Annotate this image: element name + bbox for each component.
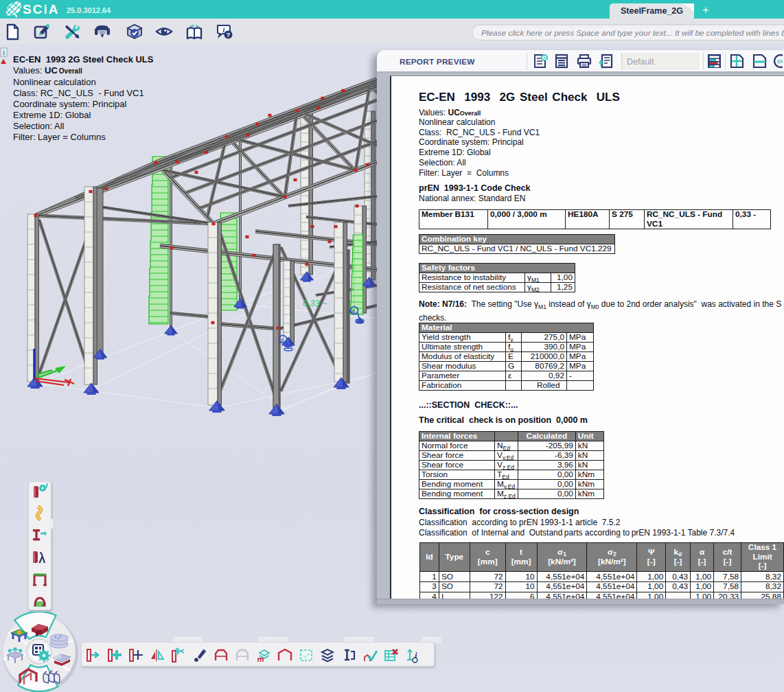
svg-text:?: ? — [227, 31, 231, 38]
svg-text:i: i — [3, 49, 5, 56]
svg-text:i: i — [223, 26, 225, 34]
svg-text:0,33 ~: 0,33 ~ — [303, 299, 327, 308]
svg-text:6: 6 — [352, 308, 356, 314]
svg-text:100: 100 — [776, 59, 783, 64]
svg-text:6: 6 — [281, 337, 284, 343]
